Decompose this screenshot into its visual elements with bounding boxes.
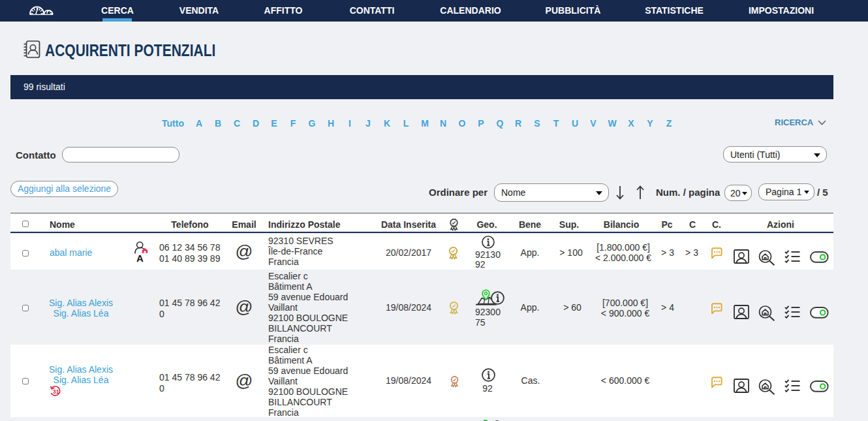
svg-text:31: 31 — [53, 388, 59, 395]
